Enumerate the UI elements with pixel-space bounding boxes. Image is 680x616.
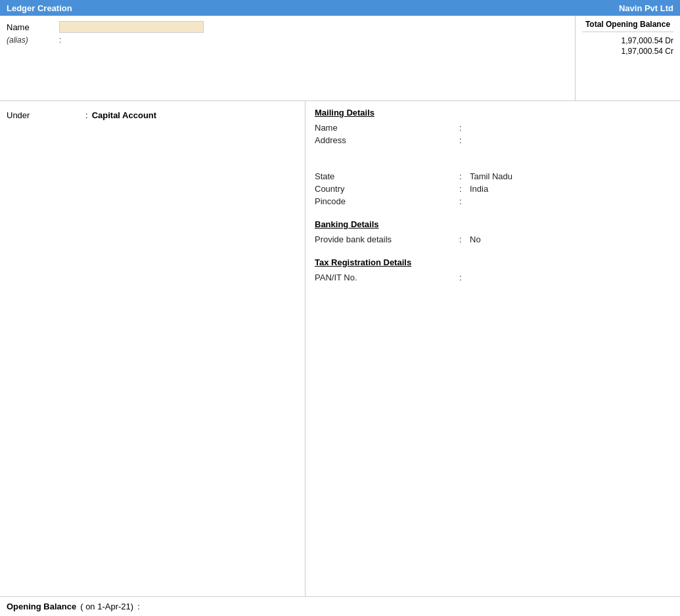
mailing-address-row: Address : [315, 135, 671, 145]
mailing-pincode-row: Pincode : [315, 196, 671, 206]
mailing-country-colon: : [459, 184, 470, 194]
opening-balance-label: Opening Balance [7, 602, 76, 611]
right-panel: Mailing Details Name : Address : State :… [306, 101, 680, 596]
alias-colon: : [59, 35, 61, 45]
banking-provide-value[interactable]: No [470, 234, 671, 244]
tax-pan-colon: : [459, 273, 470, 282]
mailing-country-value[interactable]: India [470, 184, 671, 194]
tax-details-title: Tax Registration Details [315, 257, 671, 267]
mailing-state-row: State : Tamil Nadu [315, 171, 671, 181]
under-label: Under [7, 110, 85, 120]
mailing-name-label: Name [315, 123, 459, 133]
under-value[interactable]: Capital Account [92, 110, 156, 120]
alias-label: (alias) [7, 35, 59, 45]
company-name: Navin Pvt Ltd [619, 3, 673, 13]
mailing-state-label: State [315, 171, 459, 181]
under-row: Under : Capital Account [7, 110, 298, 120]
bottom-bar: Opening Balance ( on 1-Apr-21) : [0, 596, 680, 616]
app-title: Ledger Creation [7, 3, 72, 13]
opening-balance-date: ( on 1-Apr-21) [80, 602, 133, 611]
top-section: Name (alias) : Total Opening Balance 1,9… [0, 16, 680, 101]
main-section: Under : Capital Account Mailing Details … [0, 101, 680, 596]
banking-provide-colon: : [459, 234, 470, 244]
alias-row: (alias) : [7, 35, 568, 45]
opening-balance-colon: : [137, 602, 140, 611]
mailing-address-colon: : [459, 135, 470, 145]
banking-provide-label: Provide bank details [315, 234, 459, 244]
mailing-state-value[interactable]: Tamil Nadu [470, 171, 671, 181]
tax-pan-label: PAN/IT No. [315, 273, 459, 282]
balance-dr: 1,97,000.54 Dr [582, 36, 673, 45]
mailing-details-title: Mailing Details [315, 108, 671, 118]
banking-provide-row: Provide bank details : No [315, 234, 671, 244]
mailing-pincode-colon: : [459, 196, 470, 206]
under-colon: : [85, 110, 88, 120]
opening-balance-title: Total Opening Balance [582, 20, 673, 32]
mailing-country-row: Country : India [315, 184, 671, 194]
mailing-pincode-label: Pincode [315, 196, 459, 206]
mailing-name-colon: : [459, 123, 470, 133]
top-right-panel: Total Opening Balance 1,97,000.54 Dr 1,9… [575, 16, 680, 100]
tax-pan-row: PAN/IT No. : [315, 273, 671, 282]
name-row: Name [7, 21, 568, 33]
left-panel: Under : Capital Account [0, 101, 306, 596]
name-input[interactable] [59, 21, 204, 33]
mailing-address-label: Address [315, 135, 459, 145]
top-left-panel: Name (alias) : [0, 16, 575, 100]
balance-cr: 1,97,000.54 Cr [582, 47, 673, 56]
mailing-name-row: Name : [315, 123, 671, 133]
header-bar: Ledger Creation Navin Pvt Ltd [0, 0, 680, 16]
banking-details-title: Banking Details [315, 219, 671, 229]
mailing-country-label: Country [315, 184, 459, 194]
mailing-state-colon: : [459, 171, 470, 181]
name-label: Name [7, 22, 59, 32]
